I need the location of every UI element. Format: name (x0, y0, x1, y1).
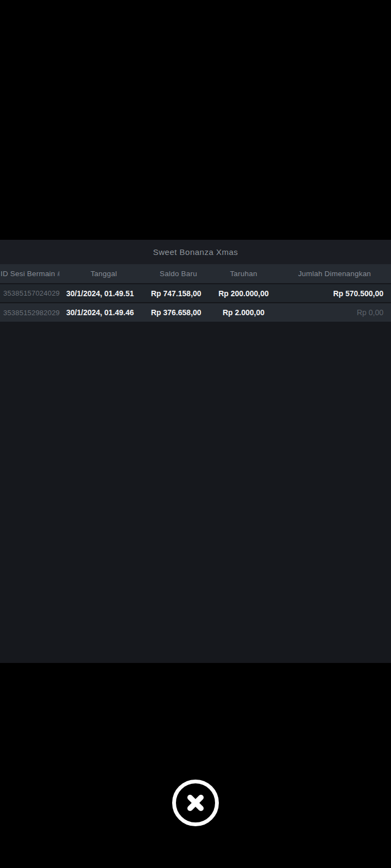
cell-bet: Rp 2.000,00 (209, 303, 278, 322)
close-icon (185, 793, 206, 813)
game-title: Sweet Bonanza Xmas (153, 247, 238, 257)
cell-session-id: 35385152982029 (0, 303, 60, 322)
table-header-row: ID Sesi Bermain # Tanggal Saldo Baru Tar… (0, 264, 391, 284)
panel-title-bar: Sweet Bonanza Xmas (0, 240, 391, 264)
cell-new-balance: Rp 747.158,00 (148, 284, 209, 303)
column-header-date: Tanggal (60, 264, 148, 284)
cell-date: 30/1/2024, 01.49.51 (60, 284, 148, 303)
column-header-session-id: ID Sesi Bermain # (0, 264, 60, 284)
cell-amount-won: Rp 0,00 (278, 303, 391, 322)
table-row: 35385157024029 30/1/2024, 01.49.51 Rp 74… (0, 284, 391, 303)
table-row: 35385152982029 30/1/2024, 01.49.46 Rp 37… (0, 303, 391, 322)
column-header-new-balance: Saldo Baru (148, 264, 209, 284)
game-history-table: ID Sesi Bermain # Tanggal Saldo Baru Tar… (0, 264, 391, 322)
column-header-bet: Taruhan (209, 264, 278, 284)
cell-bet: Rp 200.000,00 (209, 284, 278, 303)
cell-amount-won: Rp 570.500,00 (278, 284, 391, 303)
cell-date: 30/1/2024, 01.49.46 (60, 303, 148, 322)
column-header-amount-won: Jumlah Dimenangkan (278, 264, 391, 284)
cell-new-balance: Rp 376.658,00 (148, 303, 209, 322)
cell-session-id: 35385157024029 (0, 284, 60, 303)
close-button[interactable] (172, 780, 219, 826)
game-history-panel: Sweet Bonanza Xmas ID Sesi Bermain # Tan… (0, 240, 391, 663)
